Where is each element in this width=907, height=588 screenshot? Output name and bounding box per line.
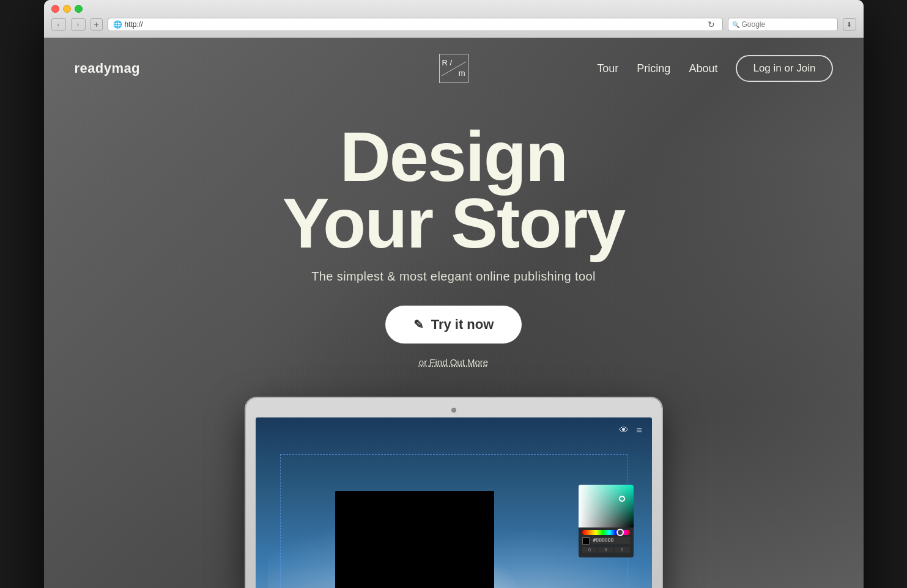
back-button[interactable]: ‹ <box>51 18 66 31</box>
nav-link-tour[interactable]: Tour <box>597 62 618 75</box>
laptop-camera <box>451 408 456 413</box>
color-picker: #000000 0 0 0 <box>579 485 634 557</box>
close-button[interactable] <box>51 5 59 13</box>
nav-right: Tour Pricing About Log in or Join <box>597 55 832 82</box>
search-icon: 🔍 <box>732 21 739 28</box>
color-picker-handle[interactable] <box>619 496 625 502</box>
find-out-underline: Find Out More <box>429 357 488 367</box>
hero-title-line2: Your Story <box>283 184 624 262</box>
reload-button[interactable]: ↻ <box>705 20 717 29</box>
browser-controls: ‹ › + 🌐 ↻ 🔍 ⬇ <box>51 18 856 31</box>
g-value: 0 <box>598 547 613 553</box>
rm-logo-bottom: m <box>459 68 468 79</box>
browser-chrome: ‹ › + 🌐 ↻ 🔍 ⬇ <box>44 0 864 38</box>
find-out-prefix: or <box>419 357 430 367</box>
login-button[interactable]: Log in or Join <box>736 55 832 82</box>
color-values-row: 0 0 0 <box>582 547 630 553</box>
r-value: 0 <box>582 547 598 553</box>
try-now-label: Try it now <box>431 317 494 333</box>
find-out-row: or Find Out More <box>56 357 851 367</box>
nav-link-about[interactable]: About <box>689 62 717 75</box>
b-value: 0 <box>615 547 630 553</box>
new-tab-button[interactable]: + <box>91 18 103 31</box>
browser-window: ‹ › + 🌐 ↻ 🔍 ⬇ readymag R / m <box>44 0 864 588</box>
site-navigation: readymag R / m Tour Pricing About Log in… <box>44 38 864 99</box>
website-content: readymag R / m Tour Pricing About Log in… <box>44 38 864 588</box>
color-gradient-picker[interactable] <box>579 485 634 527</box>
rm-logo-box: R / m <box>439 54 468 83</box>
address-bar: 🌐 ↻ <box>108 18 723 31</box>
find-out-link[interactable]: or Find Out More <box>56 357 851 367</box>
edit-icon: ✎ <box>413 317 424 332</box>
url-input[interactable] <box>125 20 703 29</box>
download-button[interactable]: ⬇ <box>843 18 856 31</box>
eye-icon[interactable]: 👁 <box>619 425 629 436</box>
hex-row: #000000 <box>582 537 630 545</box>
site-logo: readymag <box>75 61 140 76</box>
forward-button[interactable]: › <box>71 18 86 31</box>
nav-link-pricing[interactable]: Pricing <box>637 62 670 75</box>
globe-icon: 🌐 <box>113 20 122 29</box>
browser-titlebar <box>51 5 856 13</box>
menu-icon[interactable]: ≡ <box>636 425 642 436</box>
laptop-screen: 👁 ≡ R / m <box>256 417 652 589</box>
hue-thumb[interactable] <box>616 529 624 536</box>
try-now-button[interactable]: ✎ Try it now <box>385 306 522 344</box>
maximize-button[interactable] <box>75 5 83 13</box>
content-block <box>335 491 494 589</box>
hue-slider[interactable] <box>582 530 630 535</box>
laptop-mockup: 👁 ≡ R / m <box>44 398 864 589</box>
minimize-button[interactable] <box>63 5 71 13</box>
hero-title: Design Your Story <box>56 123 851 257</box>
find-out-label[interactable]: Find Out More <box>429 357 488 367</box>
app-toolbar: 👁 ≡ <box>619 425 642 436</box>
site-logo-center: R / m <box>439 54 468 83</box>
laptop-outer: 👁 ≡ R / m <box>246 398 662 589</box>
hero-subtitle: The simplest & most elegant online publi… <box>56 270 851 284</box>
search-input[interactable] <box>742 20 815 29</box>
rm-logo-top: R / <box>440 58 453 68</box>
screen-content: 👁 ≡ R / m <box>256 417 652 589</box>
color-swatch <box>582 537 590 545</box>
hero-section: Design Your Story The simplest & most el… <box>44 99 864 380</box>
search-bar: 🔍 <box>728 18 838 31</box>
hex-input[interactable]: #000000 <box>591 537 630 544</box>
